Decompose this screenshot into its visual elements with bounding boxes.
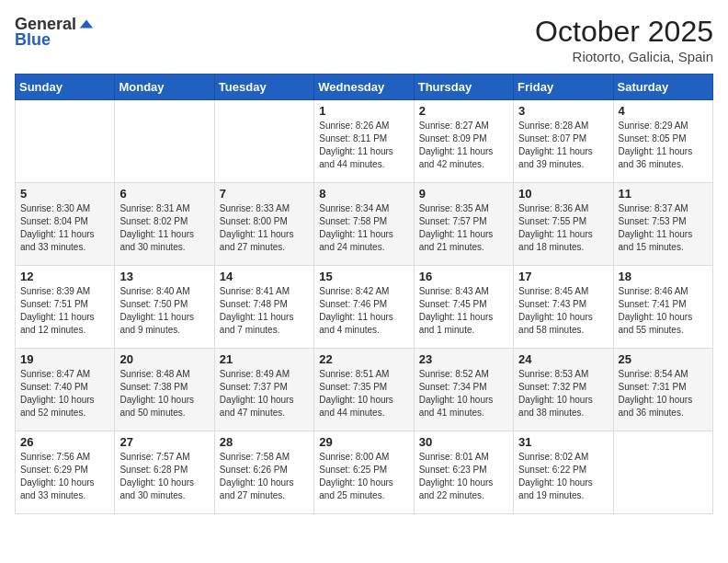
day-number: 26	[20, 435, 109, 449]
calendar-cell: 10Sunrise: 8:36 AMSunset: 7:55 PMDayligh…	[514, 183, 613, 266]
day-number: 27	[119, 435, 209, 449]
day-number: 21	[220, 352, 309, 366]
day-number: 28	[220, 435, 309, 449]
day-number: 24	[518, 352, 608, 366]
day-info: Sunrise: 8:45 AMSunset: 7:43 PMDaylight:…	[518, 285, 608, 337]
logo-blue: Blue	[15, 30, 51, 50]
day-number: 8	[319, 187, 408, 201]
day-number: 6	[119, 187, 209, 201]
calendar-cell: 31Sunrise: 8:02 AMSunset: 6:22 PMDayligh…	[514, 431, 613, 514]
day-number: 30	[419, 435, 508, 449]
calendar-cell	[115, 100, 214, 183]
day-info: Sunrise: 8:46 AMSunset: 7:41 PMDaylight:…	[619, 285, 708, 337]
calendar-table: SundayMondayTuesdayWednesdayThursdayFrid…	[15, 74, 713, 514]
day-info: Sunrise: 8:39 AMSunset: 7:51 PMDaylight:…	[20, 285, 109, 337]
calendar-cell: 14Sunrise: 8:41 AMSunset: 7:48 PMDayligh…	[214, 266, 313, 349]
day-number: 20	[119, 352, 209, 366]
day-number: 17	[518, 270, 608, 283]
calendar-cell: 18Sunrise: 8:46 AMSunset: 7:41 PMDayligh…	[613, 266, 712, 349]
day-number: 3	[518, 104, 608, 118]
day-number: 12	[20, 270, 109, 283]
location: Riotorto, Galicia, Spain	[535, 49, 713, 64]
day-number: 31	[518, 435, 608, 449]
day-info: Sunrise: 8:49 AMSunset: 7:37 PMDaylight:…	[220, 368, 309, 419]
weekday-header: Wednesday	[314, 75, 414, 100]
day-number: 10	[518, 187, 608, 201]
weekday-header: Monday	[115, 75, 214, 100]
calendar-cell: 29Sunrise: 8:00 AMSunset: 6:25 PMDayligh…	[314, 431, 414, 514]
day-info: Sunrise: 8:54 AMSunset: 7:31 PMDaylight:…	[619, 368, 708, 419]
weekday-header: Tuesday	[214, 75, 313, 100]
calendar-week-row: 26Sunrise: 7:56 AMSunset: 6:29 PMDayligh…	[16, 431, 713, 514]
calendar-cell: 23Sunrise: 8:52 AMSunset: 7:34 PMDayligh…	[414, 349, 513, 431]
weekday-header: Thursday	[414, 75, 513, 100]
calendar-week-row: 19Sunrise: 8:47 AMSunset: 7:40 PMDayligh…	[16, 349, 713, 431]
weekday-header: Saturday	[613, 75, 712, 100]
calendar-cell: 16Sunrise: 8:43 AMSunset: 7:45 PMDayligh…	[414, 266, 513, 349]
calendar-cell: 19Sunrise: 8:47 AMSunset: 7:40 PMDayligh…	[16, 349, 115, 431]
day-info: Sunrise: 8:27 AMSunset: 8:09 PMDaylight:…	[419, 120, 508, 171]
day-number: 18	[619, 270, 708, 283]
day-number: 15	[319, 270, 408, 283]
day-number: 9	[419, 187, 508, 201]
title-block: October 2025 Riotorto, Galicia, Spain	[535, 15, 713, 64]
calendar-cell: 22Sunrise: 8:51 AMSunset: 7:35 PMDayligh…	[314, 349, 414, 431]
day-info: Sunrise: 8:52 AMSunset: 7:34 PMDaylight:…	[419, 368, 508, 419]
calendar-cell: 15Sunrise: 8:42 AMSunset: 7:46 PMDayligh…	[314, 266, 414, 349]
page-header: General Blue October 2025 Riotorto, Gali…	[15, 15, 713, 64]
day-number: 23	[419, 352, 508, 366]
calendar-cell: 17Sunrise: 8:45 AMSunset: 7:43 PMDayligh…	[514, 266, 613, 349]
calendar-cell: 4Sunrise: 8:29 AMSunset: 8:05 PMDaylight…	[613, 100, 712, 183]
weekday-header: Sunday	[16, 75, 115, 100]
calendar-cell: 8Sunrise: 8:34 AMSunset: 7:58 PMDaylight…	[314, 183, 414, 266]
day-info: Sunrise: 8:26 AMSunset: 8:11 PMDaylight:…	[319, 120, 408, 171]
day-info: Sunrise: 8:29 AMSunset: 8:05 PMDaylight:…	[619, 120, 708, 171]
day-info: Sunrise: 8:53 AMSunset: 7:32 PMDaylight:…	[518, 368, 608, 419]
calendar-cell: 28Sunrise: 7:58 AMSunset: 6:26 PMDayligh…	[214, 431, 313, 514]
day-number: 19	[20, 352, 109, 366]
weekday-header: Friday	[514, 75, 613, 100]
day-number: 25	[619, 352, 708, 366]
calendar-week-row: 12Sunrise: 8:39 AMSunset: 7:51 PMDayligh…	[16, 266, 713, 349]
day-info: Sunrise: 7:57 AMSunset: 6:28 PMDaylight:…	[119, 451, 209, 502]
calendar-cell: 13Sunrise: 8:40 AMSunset: 7:50 PMDayligh…	[115, 266, 214, 349]
day-number: 14	[220, 270, 309, 283]
day-number: 5	[20, 187, 109, 201]
calendar-week-row: 5Sunrise: 8:30 AMSunset: 8:04 PMDaylight…	[16, 183, 713, 266]
calendar-cell: 30Sunrise: 8:01 AMSunset: 6:23 PMDayligh…	[414, 431, 513, 514]
day-info: Sunrise: 8:41 AMSunset: 7:48 PMDaylight:…	[220, 285, 309, 337]
day-number: 7	[220, 187, 309, 201]
day-info: Sunrise: 8:33 AMSunset: 8:00 PMDaylight:…	[220, 202, 309, 254]
day-number: 16	[419, 270, 508, 283]
day-info: Sunrise: 7:56 AMSunset: 6:29 PMDaylight:…	[20, 451, 109, 502]
calendar-cell: 24Sunrise: 8:53 AMSunset: 7:32 PMDayligh…	[514, 349, 613, 431]
day-info: Sunrise: 8:28 AMSunset: 8:07 PMDaylight:…	[518, 120, 608, 171]
logo: General Blue	[15, 15, 95, 50]
day-info: Sunrise: 8:02 AMSunset: 6:22 PMDaylight:…	[518, 451, 608, 502]
calendar-cell: 2Sunrise: 8:27 AMSunset: 8:09 PMDaylight…	[414, 100, 513, 183]
calendar-cell: 7Sunrise: 8:33 AMSunset: 8:00 PMDaylight…	[214, 183, 313, 266]
day-info: Sunrise: 8:01 AMSunset: 6:23 PMDaylight:…	[419, 451, 508, 502]
day-info: Sunrise: 8:51 AMSunset: 7:35 PMDaylight:…	[319, 368, 408, 419]
calendar-cell: 26Sunrise: 7:56 AMSunset: 6:29 PMDayligh…	[16, 431, 115, 514]
logo-icon	[78, 17, 95, 33]
day-number: 4	[619, 104, 708, 118]
day-info: Sunrise: 8:35 AMSunset: 7:57 PMDaylight:…	[419, 202, 508, 254]
day-info: Sunrise: 8:00 AMSunset: 6:25 PMDaylight:…	[319, 451, 408, 502]
calendar-week-row: 1Sunrise: 8:26 AMSunset: 8:11 PMDaylight…	[16, 100, 713, 183]
day-info: Sunrise: 8:30 AMSunset: 8:04 PMDaylight:…	[20, 202, 109, 254]
calendar-cell: 20Sunrise: 8:48 AMSunset: 7:38 PMDayligh…	[115, 349, 214, 431]
day-info: Sunrise: 8:34 AMSunset: 7:58 PMDaylight:…	[319, 202, 408, 254]
day-number: 11	[619, 187, 708, 201]
svg-marker-0	[80, 19, 93, 28]
calendar-cell	[16, 100, 115, 183]
day-info: Sunrise: 8:36 AMSunset: 7:55 PMDaylight:…	[518, 202, 608, 254]
day-info: Sunrise: 8:37 AMSunset: 7:53 PMDaylight:…	[619, 202, 708, 254]
month-year: October 2025	[535, 15, 713, 49]
day-number: 29	[319, 435, 408, 449]
day-info: Sunrise: 8:43 AMSunset: 7:45 PMDaylight:…	[419, 285, 508, 337]
day-info: Sunrise: 8:47 AMSunset: 7:40 PMDaylight:…	[20, 368, 109, 419]
calendar-cell: 5Sunrise: 8:30 AMSunset: 8:04 PMDaylight…	[16, 183, 115, 266]
calendar-cell: 11Sunrise: 8:37 AMSunset: 7:53 PMDayligh…	[613, 183, 712, 266]
calendar-cell: 12Sunrise: 8:39 AMSunset: 7:51 PMDayligh…	[16, 266, 115, 349]
